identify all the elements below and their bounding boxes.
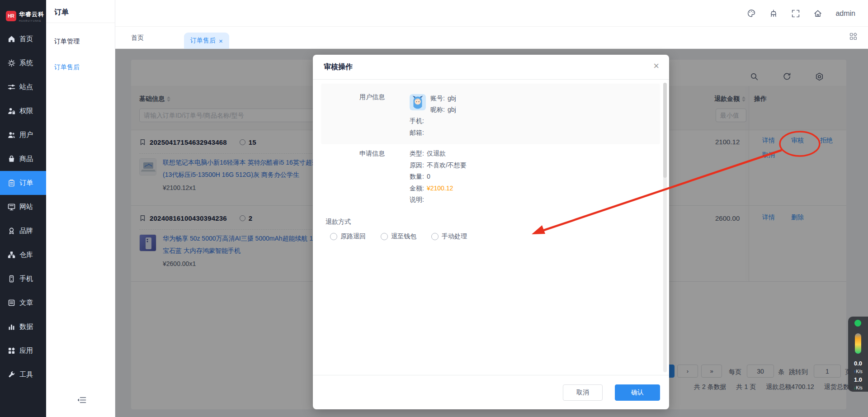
modal-close-icon[interactable]: × — [653, 61, 659, 71]
modal-scrollbar[interactable] — [663, 83, 667, 372]
wrench-icon — [8, 371, 15, 379]
monitor-icon — [8, 203, 15, 211]
upload-speed-value: 0.0 — [848, 360, 868, 366]
sidebar-item-data[interactable]: 数据 — [0, 315, 46, 339]
confirm-button[interactable]: 确认 — [615, 384, 660, 401]
sidebar-item-site[interactable]: 站点 — [0, 75, 46, 99]
sidebar-item-brand[interactable]: 品牌 — [0, 219, 46, 243]
apply-amount-field: 金额:¥2100.12 — [410, 185, 453, 193]
document-icon — [8, 299, 15, 307]
sidebar-item-product[interactable]: 商品 — [0, 147, 46, 171]
sidebar-item-order[interactable]: 订单 — [0, 171, 46, 195]
brand-name: 华睿云科 — [19, 10, 44, 19]
cancel-button[interactable]: 取消 — [563, 384, 603, 401]
status-dot-icon — [854, 320, 861, 327]
sidebar-item-article[interactable]: 文章 — [0, 291, 46, 315]
sliders-icon — [8, 83, 15, 91]
account-field: 账号:gbj — [430, 95, 456, 103]
radio-manual[interactable]: 手动处理 — [431, 232, 467, 241]
fullscreen-icon[interactable] — [791, 9, 800, 18]
submenu-title: 订单 — [46, 0, 115, 23]
radio-to-wallet[interactable]: 退至钱包 — [381, 232, 416, 241]
tab-close-icon[interactable]: × — [219, 38, 223, 44]
radio-circle-icon — [431, 233, 439, 240]
tab-order-aftersale[interactable]: 订单售后 × — [184, 33, 229, 49]
download-speed-value: 1.0 — [848, 377, 868, 383]
sidebar-item-app[interactable]: 应用 — [0, 339, 46, 363]
user-info-label: 用户信息 — [340, 93, 385, 101]
app-logo[interactable]: HR 华睿云科 HUARUIYUNKE — [0, 0, 46, 26]
refund-method-label: 退款方式 — [326, 218, 351, 226]
boxes-icon — [8, 251, 15, 259]
refund-amount-highlight: ¥2100.12 — [427, 185, 453, 192]
theme-palette-icon[interactable] — [747, 9, 756, 18]
sidebar-item-phone[interactable]: 手机 — [0, 267, 46, 291]
apps-grid-icon — [8, 347, 15, 355]
tab-home[interactable]: 首页 — [131, 27, 144, 49]
page-tabbar: 首页 订单售后 × — [115, 27, 868, 49]
radio-original-return[interactable]: 原路退回 — [330, 232, 366, 241]
primary-sidebar: HR 华睿云科 HUARUIYUNKE 首页 系统 站点 权限 用户 商品 — [0, 0, 46, 417]
sidebar-item-user[interactable]: 用户 — [0, 123, 46, 147]
shopping-bag-icon — [8, 155, 15, 163]
sidebar-item-home[interactable]: 首页 — [0, 27, 46, 51]
apply-note-field: 说明: — [410, 196, 427, 204]
home-icon[interactable] — [813, 9, 822, 18]
logo-badge: HR — [6, 11, 16, 21]
phone-icon — [8, 275, 15, 283]
sidebar-item-warehouse[interactable]: 仓库 — [0, 243, 46, 267]
clipboard-icon — [8, 179, 15, 187]
nickname-field: 昵称:gbj — [430, 106, 456, 114]
user-lock-icon — [8, 107, 15, 115]
gauge-gradient-bar — [855, 333, 861, 354]
users-icon — [8, 131, 15, 139]
download-speed-unit: ↓K/s — [848, 384, 868, 391]
apply-qty-field: 数量:0 — [410, 173, 430, 181]
phone-field: 手机: — [410, 117, 427, 125]
tab-options-grid-icon[interactable] — [849, 33, 857, 40]
submenu-item-order-aftersale[interactable]: 订单售后 — [46, 54, 115, 80]
network-monitor-widget[interactable]: 0.0 ↑K/s 1.0 ↓K/s — [848, 317, 868, 392]
radio-circle-icon — [330, 233, 337, 240]
apply-type-field: 类型:仅退款 — [410, 150, 446, 158]
clear-cache-broom-icon[interactable] — [769, 9, 778, 18]
audit-modal: 审核操作 × 用户信息 账号:gbj 昵称:gbj 手机: 邮箱: 申请信息 类… — [313, 55, 669, 409]
sidebar-item-website[interactable]: 网站 — [0, 195, 46, 219]
collapse-sidebar-icon[interactable] — [77, 396, 86, 404]
bar-chart-icon — [8, 323, 15, 331]
sidebar-item-permission[interactable]: 权限 — [0, 99, 46, 123]
modal-footer: 取消 确认 — [313, 375, 669, 375]
user-avatar — [410, 94, 426, 110]
email-field: 邮箱: — [410, 129, 427, 137]
brand-subtitle: HUARUIYUNKE — [19, 19, 44, 22]
medal-icon — [8, 227, 15, 235]
radio-circle-icon — [381, 233, 388, 240]
secondary-sidebar: 订单 订单管理 订单售后 — [46, 0, 115, 417]
sidebar-item-tools[interactable]: 工具 — [0, 363, 46, 387]
sidebar-item-system[interactable]: 系统 — [0, 51, 46, 75]
apply-reason-field: 原因:不喜欢/不想要 — [410, 161, 467, 170]
modal-title: 审核操作 — [324, 62, 353, 72]
top-header: admin — [115, 0, 868, 27]
upload-speed-unit: ↑K/s — [848, 367, 868, 374]
gear-icon — [8, 59, 15, 67]
submenu-item-order-manage[interactable]: 订单管理 — [46, 28, 115, 54]
user-menu[interactable]: admin — [835, 9, 855, 18]
home-icon — [8, 35, 15, 43]
apply-info-label: 申请信息 — [340, 150, 385, 158]
